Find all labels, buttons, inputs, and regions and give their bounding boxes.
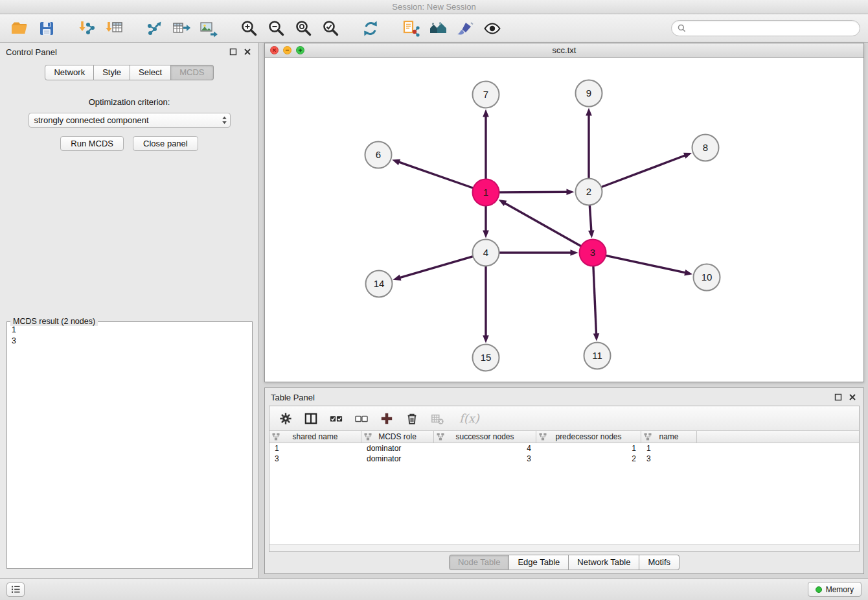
tab-mcds[interactable]: MCDS <box>171 65 213 80</box>
search-box[interactable] <box>671 20 860 36</box>
show-details-button[interactable] <box>481 17 504 40</box>
edge-4-14[interactable] <box>393 257 474 281</box>
network-canvas-area[interactable]: 7968124314101511 <box>265 58 863 382</box>
open-session-button[interactable] <box>8 17 31 40</box>
mcds-buttons: Run MCDS Close panel <box>0 136 258 151</box>
tab-select[interactable]: Select <box>130 65 171 80</box>
application-window: Session: New Session Control Panel Netwo… <box>0 0 868 600</box>
edge-3-10[interactable] <box>606 255 692 275</box>
edge-1-6[interactable] <box>392 159 473 188</box>
float-panel-icon[interactable] <box>228 47 238 57</box>
maximize-window-icon[interactable] <box>296 46 304 54</box>
edge-3-11[interactable] <box>593 266 600 341</box>
node-3[interactable]: 3 <box>580 240 606 266</box>
node-6[interactable]: 6 <box>365 142 392 168</box>
home-button[interactable] <box>426 17 450 40</box>
network-from-selection-icon <box>402 19 420 38</box>
edge-1-7[interactable] <box>483 110 489 179</box>
node-9[interactable]: 9 <box>576 80 602 107</box>
zoom-in-button[interactable] <box>237 17 260 40</box>
table-cell[interactable]: dominator <box>361 443 434 454</box>
node-7[interactable]: 7 <box>473 82 499 108</box>
column-header-shared-name[interactable]: shared name <box>269 431 361 443</box>
column-header-predecessor-nodes[interactable]: predecessor nodes <box>536 431 641 443</box>
search-input[interactable] <box>689 23 854 33</box>
table-cell[interactable]: dominator <box>361 454 434 464</box>
save-session-button[interactable] <box>35 17 58 40</box>
zoom-selected-button[interactable] <box>319 17 342 40</box>
edge-1-4[interactable] <box>483 206 489 238</box>
node-15[interactable]: 15 <box>473 345 499 371</box>
table-cell[interactable]: 1 <box>641 443 697 454</box>
result-item[interactable]: 3 <box>10 336 251 347</box>
network-from-selection-button[interactable] <box>399 17 422 40</box>
delete-column-button[interactable] <box>404 411 420 426</box>
table-cell[interactable]: 3 <box>641 454 697 464</box>
select-all-checks-button[interactable] <box>328 411 344 426</box>
import-network-button[interactable] <box>75 17 98 40</box>
edge-1-2[interactable] <box>499 189 574 195</box>
task-history-button[interactable] <box>6 583 25 597</box>
horizontal-scrollbar[interactable] <box>269 544 859 551</box>
close-table-panel-icon[interactable] <box>847 392 858 402</box>
tab-node-table[interactable]: Node Table <box>449 555 510 570</box>
add-column-button[interactable] <box>379 411 394 426</box>
column-header-name[interactable]: name <box>641 431 697 443</box>
clear-all-checks-button[interactable] <box>354 411 369 426</box>
edge-4-3[interactable] <box>499 249 578 256</box>
show-column-panel-button[interactable] <box>303 411 319 426</box>
network-view-window: scc.txt 7968124314101511 <box>264 43 864 382</box>
edge-2-9[interactable] <box>586 108 592 179</box>
column-header-successor-nodes[interactable]: successor nodes <box>434 431 536 443</box>
tab-network[interactable]: Network <box>45 65 94 80</box>
node-2[interactable]: 2 <box>576 179 602 205</box>
column-type-icon <box>272 433 280 441</box>
settings-button[interactable] <box>278 411 293 426</box>
style-painter-button[interactable] <box>453 17 477 40</box>
criterion-dropdown[interactable]: strongly connected component <box>29 113 231 128</box>
edge-2-3[interactable] <box>588 205 595 238</box>
memory-button[interactable]: Memory <box>808 582 862 597</box>
close-window-icon[interactable] <box>270 46 279 54</box>
combo-arrows-icon <box>222 115 227 125</box>
node-1[interactable]: 1 <box>473 179 499 206</box>
export-network-button[interactable] <box>143 17 166 40</box>
table-row[interactable]: 3dominator323 <box>269 454 859 464</box>
close-panel-icon[interactable] <box>242 47 253 57</box>
table-cell[interactable]: 1 <box>269 443 361 454</box>
refresh-layout-button[interactable] <box>359 17 382 40</box>
add-column-icon <box>380 412 393 425</box>
node-8[interactable]: 8 <box>692 135 719 161</box>
edge-4-15[interactable] <box>483 266 489 343</box>
node-14[interactable]: 14 <box>366 271 393 297</box>
column-header-label: predecessor nodes <box>555 432 621 441</box>
zoom-out-button[interactable] <box>264 17 288 40</box>
table-cell[interactable]: 2 <box>536 454 641 464</box>
float-table-panel-icon[interactable] <box>833 392 843 402</box>
node-10[interactable]: 10 <box>694 264 720 291</box>
table-row[interactable]: 1dominator411 <box>269 443 859 454</box>
zoom-fit-button[interactable] <box>291 17 315 40</box>
import-table-button[interactable] <box>102 17 126 40</box>
network-canvas[interactable]: 7968124314101511 <box>265 58 863 382</box>
tab-network-table[interactable]: Network Table <box>569 555 639 570</box>
edge-2-8[interactable] <box>601 153 692 187</box>
run-mcds-button[interactable]: Run MCDS <box>60 136 124 151</box>
table-cell[interactable]: 4 <box>434 443 536 454</box>
tab-edge-table[interactable]: Edge Table <box>509 555 569 570</box>
mcds-result-box: MCDS result (2 nodes) 13 <box>6 321 253 569</box>
minimize-window-icon[interactable] <box>283 46 291 54</box>
table-cell[interactable]: 1 <box>536 443 641 454</box>
node-4[interactable]: 4 <box>473 240 499 266</box>
export-table-button[interactable] <box>170 17 193 40</box>
edge-3-1[interactable] <box>499 200 582 246</box>
tab-style[interactable]: Style <box>94 65 130 80</box>
table-cell[interactable]: 3 <box>269 454 361 464</box>
column-header-MCDS-role[interactable]: MCDS role <box>361 431 434 443</box>
node-11[interactable]: 11 <box>584 343 611 369</box>
export-image-button[interactable] <box>197 17 220 40</box>
tab-motifs[interactable]: Motifs <box>639 555 680 570</box>
result-item[interactable]: 1 <box>10 325 251 336</box>
close-panel-button[interactable]: Close panel <box>133 136 198 151</box>
table-cell[interactable]: 3 <box>434 454 536 464</box>
